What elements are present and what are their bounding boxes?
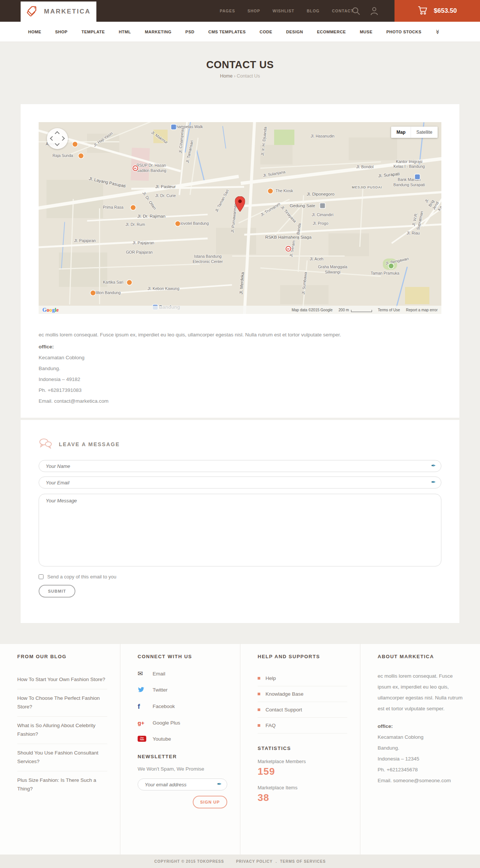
nav-item-template[interactable]: TEMPLATE — [81, 30, 105, 34]
google-map[interactable]: Cihampelas Walk Jl. Hasanudin Raja Sunda… — [39, 122, 441, 314]
map-label: Jl. Pajajaran — [132, 241, 154, 246]
map-label: Jl. Hasanudin — [310, 134, 334, 139]
knowledge-base-link[interactable]: Knowladge Base — [258, 686, 347, 702]
map-label: Hilton Bandung — [94, 290, 121, 296]
email-input[interactable] — [39, 477, 441, 489]
header-menu-shop[interactable]: SHOP — [248, 9, 260, 13]
hospital-poi-icon: H — [285, 246, 291, 251]
nav-item-cms-templates[interactable]: CMS TEMPLATES — [208, 30, 246, 34]
terms-of-services-link[interactable]: TERMS OF SERVICES — [280, 859, 326, 864]
nav-item-home[interactable]: HOME — [28, 30, 41, 34]
page-title: CONTACT US — [0, 59, 480, 71]
nav-item-marketing[interactable]: MARKETING — [145, 30, 171, 34]
map-pin[interactable] — [235, 196, 245, 213]
address-line: Email. contact@marketica.com — [39, 396, 441, 406]
nav-more-chevron-icon[interactable]: ≫ — [435, 29, 440, 34]
map-label: Jl. Bondol — [356, 164, 374, 170]
map-scale-label: 200 m — [339, 308, 349, 312]
about-office-address: office: Kecamatan Coblong Bandung. Indon… — [378, 721, 467, 786]
search-icon[interactable] — [352, 7, 360, 15]
connect-googleplus-link[interactable]: g+ Google Plus — [138, 720, 227, 726]
address-line: Indonesia – 12345 — [378, 753, 467, 764]
cart-total: $653.50 — [434, 7, 457, 15]
about-heading: ABOUT MARKETICA — [378, 654, 467, 659]
connect-facebook-link[interactable]: f Facebook — [138, 703, 227, 710]
cart-button[interactable]: $653.50 — [394, 0, 480, 22]
map-label: Kartika Sari — [103, 280, 123, 285]
help-link[interactable]: Help — [258, 671, 347, 686]
nav-item-shop[interactable]: SHOP — [55, 30, 68, 34]
map-block — [349, 137, 397, 160]
satellite-button[interactable]: Satellite — [411, 127, 438, 138]
privacy-policy-link[interactable]: PRIVACY POLICY — [236, 859, 273, 864]
map-pan-control[interactable] — [47, 128, 68, 149]
twitter-icon — [138, 687, 147, 693]
pan-down-icon[interactable] — [55, 141, 60, 146]
cart-icon — [418, 6, 429, 16]
form-heading-row: LEAVE A MESSAGE — [39, 438, 441, 450]
help-label: Contact Support — [266, 707, 302, 713]
nav-item-psd[interactable]: PSD — [185, 30, 194, 34]
pan-up-icon[interactable] — [55, 131, 60, 136]
contact-support-link[interactable]: Contact Support — [258, 702, 347, 718]
address-line: Email. someone@someone.com — [378, 775, 467, 786]
header-menu-contact[interactable]: CONTACT — [332, 9, 354, 13]
header-menu-wishlist[interactable]: WISHLIST — [273, 9, 294, 13]
hospital-poi-icon: H — [132, 165, 138, 171]
help-label: Help — [266, 675, 276, 681]
name-input[interactable] — [39, 460, 441, 472]
blog-link[interactable]: How To Choose The Perfect Fashion Store? — [17, 689, 107, 717]
nav-item-ecommerce[interactable]: ECOMMERCE — [317, 30, 346, 34]
map-label: Novotel Bandung — [178, 221, 209, 227]
map-label: Cihampelas Walk — [172, 124, 203, 130]
connect-youtube-link[interactable]: You Tube Youtube — [138, 736, 227, 742]
connect-email-link[interactable]: ✉ Email — [138, 671, 227, 677]
pan-left-icon[interactable] — [50, 136, 55, 141]
connect-label: Youtube — [153, 736, 171, 742]
blog-link[interactable]: Plus Size Fashion: Is There Such a Thing… — [17, 771, 107, 798]
brand-logo[interactable]: MARKETICA — [21, 1, 96, 22]
map-label: Jl. Aceh — [310, 257, 324, 262]
map-label: Jl. Cimandiri — [312, 212, 333, 218]
signup-button[interactable]: SIGN UP — [193, 796, 227, 808]
message-textarea[interactable] — [39, 494, 441, 566]
address-line: Bandung. — [39, 363, 441, 374]
faq-link[interactable]: FAQ — [258, 718, 347, 734]
footer: FROM OUR BLOG How To Start Your Own Fash… — [0, 644, 480, 855]
submit-button[interactable]: SUBMIT — [39, 585, 75, 598]
nav-item-html[interactable]: HTML — [119, 30, 131, 34]
map-label: Bank Mandiri Bandung Surapati — [393, 178, 425, 188]
nav-item-design[interactable]: DESIGN — [286, 30, 303, 34]
breadcrumb: Home › Contact Us — [0, 73, 480, 79]
footer-about-column: ABOUT MARKETICA ec mollis lorem consequa… — [360, 644, 480, 855]
header-menu-blog[interactable]: BLOG — [307, 9, 320, 13]
map-label: Jl. Pajajaran — [74, 239, 96, 244]
blog-link[interactable]: What is So Alluring About Celebrity Fash… — [17, 717, 107, 744]
connect-label: Facebook — [153, 704, 175, 709]
map-label: Jl. Taman Sari — [214, 188, 230, 213]
breadcrumb-home-link[interactable]: Home — [220, 73, 232, 79]
map-label: Jl. Diponegoro — [307, 191, 334, 197]
nav-item-muse[interactable]: MUSE — [360, 30, 372, 34]
leave-message-card: LEAVE A MESSAGE ✒ ✒ Send a copy of this … — [21, 420, 459, 623]
government-poi-icon — [320, 203, 325, 208]
map-label: Jl. Dr. Rajiman — [137, 213, 165, 219]
terms-of-use-link[interactable]: Terms of Use — [378, 308, 400, 312]
blog-link[interactable]: Should You Use Fashion Consultant Servic… — [17, 744, 107, 771]
nav-item-photo-stocks[interactable]: PHOTO STOCKS — [386, 30, 422, 34]
send-copy-checkbox[interactable] — [39, 574, 44, 579]
user-account-icon[interactable] — [370, 7, 378, 15]
blog-link[interactable]: How To Start Your Own Fashion Store? — [17, 671, 107, 689]
connect-label: Google Plus — [153, 720, 180, 726]
map-road-merdeka — [243, 122, 256, 314]
chat-bubbles-icon — [39, 438, 52, 450]
page-head: CONTACT US Home › Contact Us — [0, 42, 480, 104]
nav-item-code[interactable]: CODE — [260, 30, 272, 34]
newsletter-email-input[interactable] — [138, 778, 227, 790]
report-map-error-link[interactable]: Report a map error — [406, 308, 438, 312]
connect-twitter-link[interactable]: Twitter — [138, 687, 227, 693]
footer-connect-column: CONNECT WITH US ✉ Email Twitter f Facebo… — [120, 644, 240, 855]
pan-right-icon[interactable] — [60, 136, 65, 141]
header-menu-pages[interactable]: PAGES — [220, 9, 235, 13]
map-button[interactable]: Map — [391, 127, 411, 138]
